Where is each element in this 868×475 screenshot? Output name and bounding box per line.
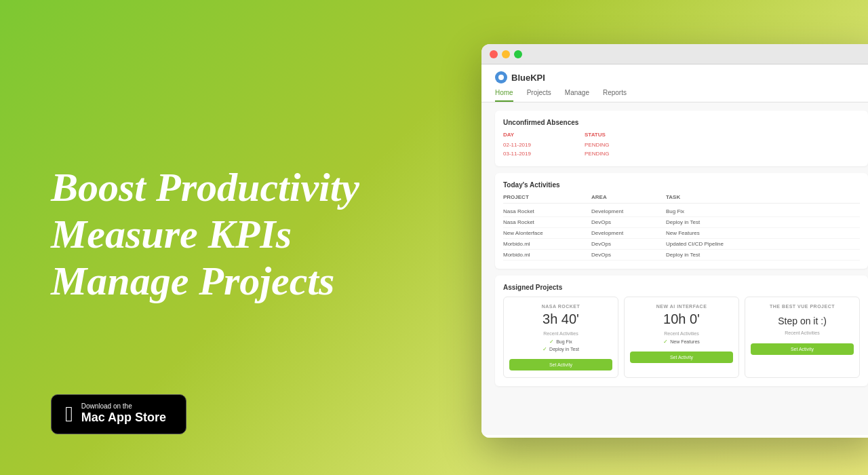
activities-header: PROJECT AREA TASK	[503, 194, 860, 204]
projects-title: Assigned Projects	[503, 284, 860, 291]
headline-line1: Boost Productivity	[51, 164, 475, 211]
col-task: TASK	[666, 194, 860, 200]
apple-icon: 	[65, 402, 73, 427]
recent-label-1: Recent Activities	[509, 331, 612, 336]
project-label-3: THE BEST VUE PROJECT	[751, 304, 854, 309]
headline: Boost Productivity Measure KPIs Manage P…	[51, 164, 475, 305]
nav-manage[interactable]: Manage	[565, 89, 589, 102]
act-task-5: Deploy in Test	[666, 252, 860, 258]
main-content: Unconfirmed Absences DAY STATUS 02-11-20…	[481, 102, 868, 435]
activity-text: Deploy in Test	[549, 347, 579, 352]
activity-item: ✓ Deploy in Test	[509, 346, 612, 352]
act-area-5: DevOps	[591, 252, 666, 258]
activities-title: Today's Activities	[503, 181, 860, 189]
project-label-2: NEW AI INTERFACE	[630, 304, 733, 309]
act-project-1: Nasa Rocket	[503, 208, 591, 214]
table-row: 02-11-2019 PENDING	[503, 140, 860, 149]
activity-item: ✓ Bug Fix	[509, 339, 612, 345]
set-activity-btn-1[interactable]: Set Activity	[509, 359, 612, 370]
nav-projects[interactable]: Projects	[527, 89, 551, 102]
col-day: DAY	[503, 132, 585, 138]
check-icon: ✓	[549, 339, 554, 345]
app-logo: BlueKPI	[495, 71, 868, 83]
col-project: PROJECT	[503, 194, 591, 200]
absence-status-2: PENDING	[585, 151, 860, 157]
app-header: BlueKPI Home Projects Manage Reports	[481, 64, 868, 102]
project-card-3: THE BEST VUE PROJECT Step on it :) Recen…	[745, 297, 860, 378]
logo-icon	[495, 71, 507, 83]
store-name: Mac App Store	[81, 410, 166, 425]
assigned-projects-section: Assigned Projects NASA ROCKET 3h 40' Rec…	[495, 276, 868, 386]
activity-item: ✓ New Features	[630, 339, 733, 345]
act-project-3: New AIonterface	[503, 230, 591, 236]
traffic-light-yellow[interactable]	[502, 50, 510, 58]
recent-label-2: Recent Activities	[630, 331, 733, 336]
window-content: BlueKPI Home Projects Manage Reports Unc…	[481, 64, 868, 438]
project-time-2: 10h 0'	[630, 311, 733, 327]
table-row: Nasa Rocket Development Bug Fix	[503, 206, 860, 217]
absence-date-2: 03-11-2019	[503, 151, 585, 157]
traffic-light-red[interactable]	[490, 50, 498, 58]
app-nav: Home Projects Manage Reports	[495, 89, 868, 102]
headline-line2: Measure KPIs	[51, 211, 475, 258]
absences-title: Unconfirmed Absences	[503, 119, 860, 126]
table-row: New AIonterface Development New Features	[503, 228, 860, 239]
mac-window: BlueKPI Home Projects Manage Reports Unc…	[481, 44, 868, 438]
table-row: Nasa Rocket DevOps Deploy in Test	[503, 217, 860, 228]
projects-grid: NASA ROCKET 3h 40' Recent Activities ✓ B…	[503, 297, 860, 378]
project-time-3: Step on it :)	[751, 311, 854, 326]
nav-reports[interactable]: Reports	[603, 89, 627, 102]
nav-home[interactable]: Home	[495, 89, 513, 102]
set-activity-btn-2[interactable]: Set Activity	[630, 352, 733, 363]
download-label: Download on the	[81, 403, 166, 410]
activity-text: Bug Fix	[556, 339, 572, 344]
table-row: Morbido.ml DevOps Updated CI/CD Pipeline	[503, 239, 860, 250]
project-card-1: NASA ROCKET 3h 40' Recent Activities ✓ B…	[503, 297, 618, 378]
act-project-5: Morbido.ml	[503, 252, 591, 258]
app-store-badge[interactable]:  Download on the Mac App Store	[51, 394, 186, 434]
act-project-2: Nasa Rocket	[503, 219, 591, 225]
act-area-3: Development	[591, 230, 666, 236]
badge-text: Download on the Mac App Store	[81, 403, 166, 425]
unconfirmed-absences-section: Unconfirmed Absences DAY STATUS 02-11-20…	[495, 111, 868, 166]
act-area-4: DevOps	[591, 241, 666, 247]
act-area-1: Development	[591, 208, 666, 214]
project-label-1: NASA ROCKET	[509, 304, 612, 309]
absence-date-1: 02-11-2019	[503, 142, 585, 148]
table-row: 03-11-2019 PENDING	[503, 149, 860, 158]
act-task-3: New Features	[666, 230, 860, 236]
table-row: Morbido.ml DevOps Deploy in Test	[503, 250, 860, 261]
activity-text: New Features	[670, 339, 700, 344]
act-area-2: DevOps	[591, 219, 666, 225]
traffic-light-green[interactable]	[514, 50, 522, 58]
recent-label-3: Recent Activities	[751, 330, 854, 335]
logo-text: BlueKPI	[511, 73, 545, 83]
project-time-1: 3h 40'	[509, 311, 612, 327]
window-titlebar	[481, 44, 868, 64]
act-task-1: Bug Fix	[666, 208, 860, 214]
absence-status-1: PENDING	[585, 142, 860, 148]
col-status: STATUS	[585, 132, 860, 138]
set-activity-btn-3[interactable]: Set Activity	[751, 343, 854, 355]
todays-activities-section: Today's Activities PROJECT AREA TASK Nas…	[495, 173, 868, 269]
left-panel: Boost Productivity Measure KPIs Manage P…	[0, 0, 475, 475]
act-task-2: Deploy in Test	[666, 219, 860, 225]
act-task-4: Updated CI/CD Pipeline	[666, 241, 860, 247]
headline-line3: Manage Projects	[51, 258, 475, 305]
project-card-2: NEW AI INTERFACE 10h 0' Recent Activitie…	[624, 297, 739, 378]
check-icon: ✓	[663, 339, 668, 345]
check-icon: ✓	[542, 346, 547, 352]
act-project-4: Morbido.ml	[503, 241, 591, 247]
absences-header: DAY STATUS	[503, 132, 860, 138]
col-area: AREA	[591, 194, 666, 200]
